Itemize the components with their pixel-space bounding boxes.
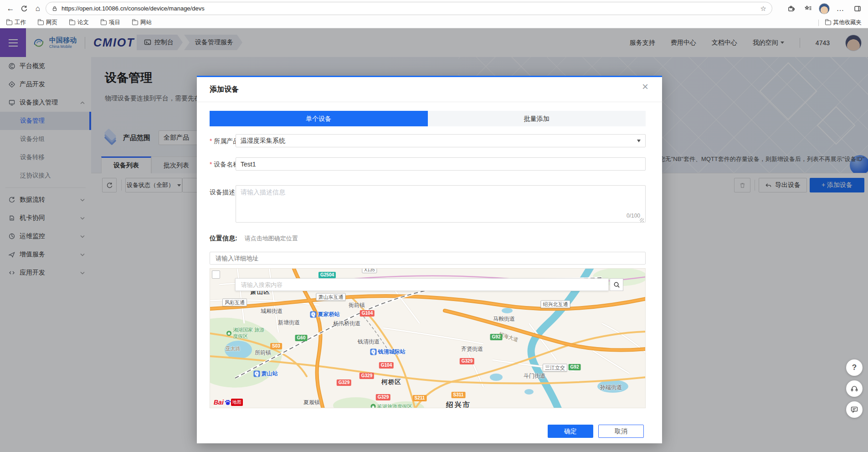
road-badge: G329 <box>376 394 390 400</box>
extensions-icon[interactable] <box>784 2 798 16</box>
folder-icon <box>69 21 75 25</box>
road-badge: G92 <box>569 364 581 370</box>
rail-station-icon: Q <box>254 370 260 377</box>
collections-icon[interactable] <box>801 2 815 16</box>
map-label: Q萧山站 <box>254 370 278 378</box>
reload-icon[interactable] <box>17 2 31 16</box>
road-badge: G329 <box>460 358 474 364</box>
url-text: https://open.iot.10086.cn/console/device… <box>62 5 760 12</box>
road-badge: G60 <box>295 335 308 341</box>
road-badge: X135 <box>362 268 377 273</box>
address-input[interactable] <box>210 252 646 265</box>
road-badge: G104 <box>379 362 394 369</box>
folder-icon <box>6 21 12 25</box>
divider <box>818 20 819 26</box>
tab-single-device[interactable]: 单个设备 <box>210 111 428 126</box>
bookmark-item-3[interactable]: 项目 <box>101 19 120 26</box>
map-search-button[interactable] <box>610 278 623 291</box>
folder-icon <box>825 21 831 25</box>
bookmark-label: 项目 <box>109 19 120 26</box>
browser-toolbar: ← ⌂ https://open.iot.10086.cn/console/de… <box>0 0 868 17</box>
map-label: 所前镇 <box>255 349 271 357</box>
map-label: 钱清街道 <box>358 338 380 346</box>
map-label: 绍兴北互通 <box>541 301 570 308</box>
favorite-star-icon[interactable]: ☆ <box>760 5 766 13</box>
road-badge: G104 <box>360 310 375 317</box>
map-label: ▲湘湖国家 旅游度假区 <box>226 327 265 340</box>
tab-batch-add[interactable]: 批量添加 <box>428 111 646 126</box>
divider <box>197 102 662 102</box>
lock-icon <box>51 5 58 12</box>
road-badge: G2504 <box>318 272 336 278</box>
bookmark-label: 网页 <box>46 19 57 26</box>
folder-icon <box>101 21 107 25</box>
location-hint: 请点击地图确定位置 <box>245 234 298 243</box>
map-label: 城厢街道 <box>261 307 282 315</box>
road-badge: G329 <box>360 373 374 379</box>
map-label: 夏履镇 <box>303 399 320 406</box>
bookmarks-bar: 工作网页论文项目网站 其他收藏夹 <box>0 17 868 28</box>
screen: ← ⌂ https://open.iot.10086.cn/console/de… <box>0 0 868 452</box>
bookmark-label: 网站 <box>140 19 152 26</box>
map-label: 绍兴市 <box>446 400 471 409</box>
map-label: 齐贤街道 <box>461 345 483 353</box>
baidu-logo: Bai 地图 <box>214 399 243 406</box>
bookmark-item-2[interactable]: 论文 <box>69 19 89 26</box>
road-badge: S211 <box>413 395 427 401</box>
add-device-modal: 添加设备 × 单个设备 批量添加 所属产品 温湿度采集系统 设备名称 设备描述 … <box>197 76 662 443</box>
park-icon: ▲ <box>371 404 376 409</box>
bookmark-label: 论文 <box>77 19 89 26</box>
map-label: 萧山东互通 <box>316 293 346 301</box>
help-button[interactable]: ? <box>846 359 863 376</box>
modal-accent-line <box>197 76 662 77</box>
modal-tabs: 单个设备 批量添加 <box>210 111 646 126</box>
baidu-map[interactable]: 萧山区柯桥区绍兴市风彩互通萧山东互通绍兴北互通三江立交衙前镇城厢街道新塘街道杨汛… <box>210 268 646 408</box>
support-button[interactable] <box>846 380 863 397</box>
map-label: 马鞍街道 <box>493 315 515 323</box>
map-label: 孙端街道 <box>600 384 622 391</box>
map-label: 新塘街道 <box>278 319 300 327</box>
map-label: 三江立交 <box>543 364 567 372</box>
close-icon[interactable]: × <box>642 81 648 92</box>
map-search-box[interactable] <box>235 278 609 291</box>
road-badge: S311 <box>452 392 466 398</box>
resize-grip[interactable] <box>640 218 644 222</box>
sidebar-toggle-icon[interactable] <box>851 2 864 16</box>
road-badge: S03 <box>270 343 282 349</box>
browser-menu-icon[interactable]: … <box>833 2 847 16</box>
back-icon[interactable]: ← <box>4 2 17 16</box>
modal-title: 添加设备 <box>210 85 239 94</box>
map-label: 杨汛桥街道 <box>333 320 360 327</box>
map-label: 风彩互通 <box>222 299 247 307</box>
chevron-down-icon <box>637 140 641 142</box>
address-bar[interactable]: https://open.iot.10086.cn/console/device… <box>46 2 772 15</box>
app-viewport: 中国移动 China Mobile CMIOT 控制台 设备管理服务 服务支持费… <box>0 28 868 452</box>
other-bookmarks[interactable]: 其他收藏夹 <box>825 19 862 26</box>
product-select[interactable]: 温湿度采集系统 <box>236 134 646 147</box>
home-icon[interactable]: ⌂ <box>31 2 45 16</box>
feedback-button[interactable] <box>846 401 863 418</box>
road-badge: G329 <box>337 379 351 386</box>
map-label: Q钱清城际站 <box>370 348 406 356</box>
bookmark-item-4[interactable]: 网站 <box>132 19 152 26</box>
cancel-button[interactable]: 取消 <box>598 425 644 438</box>
folder-icon <box>38 21 44 25</box>
map-zoom-control[interactable] <box>212 270 220 279</box>
confirm-button[interactable]: 确定 <box>548 425 593 438</box>
floating-buttons: ? <box>846 359 863 418</box>
rail-station-icon: Q <box>310 311 317 317</box>
bookmark-item-1[interactable]: 网页 <box>38 19 57 26</box>
folder-icon <box>132 21 138 25</box>
map-search-input[interactable] <box>241 281 603 288</box>
rail-station-icon: Q <box>370 348 377 355</box>
browser-profile-avatar[interactable] <box>819 3 830 14</box>
device-name-input[interactable] <box>236 157 646 171</box>
map-label: ▲鉴湖旅游度假区 <box>371 403 412 409</box>
bookmark-label: 工作 <box>15 19 26 26</box>
map-label: 斗门街道 <box>524 372 545 380</box>
map-label: 衙前镇 <box>349 301 365 309</box>
map-label: Q夏家桥站 <box>310 311 340 318</box>
char-counter: 0/100 <box>236 213 640 219</box>
map-label: 亚太路 <box>226 345 241 352</box>
bookmark-item-0[interactable]: 工作 <box>6 19 26 26</box>
